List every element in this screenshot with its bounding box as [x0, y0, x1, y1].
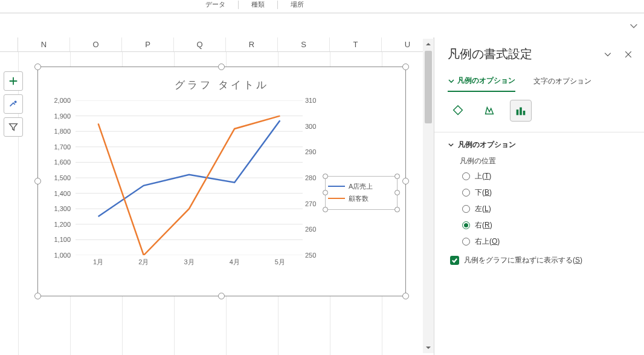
scroll-down-button[interactable] [423, 342, 434, 353]
chart-element-button[interactable] [4, 71, 23, 91]
tab-legend-options[interactable]: 凡例のオプション [448, 76, 515, 92]
primary-y-axis: 1,0001,1001,2001,3001,4001,5001,6001,700… [44, 100, 73, 258]
pane-collapse-icon[interactable] [603, 50, 613, 59]
resize-handle[interactable] [323, 190, 328, 195]
plot-area[interactable]: 1,0001,1001,2001,3001,4001,5001,6001,700… [44, 100, 304, 276]
chart-title[interactable]: グラフ タイトル [38, 78, 405, 92]
chart-canvas [76, 100, 303, 255]
svg-point-0 [14, 100, 17, 103]
scroll-thumb[interactable] [425, 51, 432, 123]
legend-entry-b[interactable]: 顧客数 [328, 192, 394, 204]
col-T[interactable]: T [330, 37, 382, 51]
svg-rect-12 [517, 109, 519, 115]
legend-entry-a[interactable]: A店売上 [328, 180, 394, 192]
col-O[interactable]: O [70, 37, 122, 51]
resize-handle[interactable] [323, 174, 328, 179]
radio-left[interactable]: 左(L) [462, 204, 633, 214]
col-P[interactable]: P [122, 37, 174, 51]
legend-position-label: 凡例の位置 [460, 156, 633, 166]
ribbon-group-labels: データ 種類 場所 [0, 0, 644, 13]
resize-handle[interactable] [402, 64, 409, 70]
resize-handle[interactable] [394, 207, 400, 212]
resize-handle[interactable] [323, 207, 328, 212]
pane-title: 凡例の書式設定 [448, 46, 532, 62]
chart-legend[interactable]: A店売上 顧客数 [325, 176, 398, 210]
col-R[interactable]: R [226, 37, 278, 51]
radio-right[interactable]: 右(R) [462, 220, 633, 230]
legend-swatch-b [328, 198, 345, 199]
chart-filters-button[interactable] [4, 117, 23, 137]
svg-rect-14 [523, 111, 526, 115]
check-icon [450, 256, 459, 265]
resize-handle[interactable] [402, 293, 409, 299]
vertical-scrollbar[interactable] [423, 39, 434, 353]
radio-bottom[interactable]: 下(B) [462, 187, 633, 198]
legend-options-icon[interactable] [510, 100, 531, 121]
resize-handle[interactable] [218, 293, 225, 299]
resize-handle[interactable] [34, 178, 41, 184]
x-axis: 1月2月3月4月5月 [76, 258, 303, 272]
chart-object[interactable]: グラフ タイトル 1,0001,1001,2001,3001,4001,5001… [37, 67, 406, 296]
legend-label-b: 顧客数 [349, 194, 369, 203]
tab-text-options[interactable]: 文字のオプション [533, 76, 591, 92]
pane-close-icon[interactable] [623, 50, 633, 59]
secondary-y-axis: 250260270280290300310 [303, 100, 327, 258]
radio-top[interactable]: 上(T) [462, 171, 633, 181]
resize-handle[interactable] [34, 64, 41, 70]
resize-handle[interactable] [394, 174, 400, 179]
scroll-up-button[interactable] [423, 39, 434, 50]
checkbox-no-overlap[interactable]: 凡例をグラフに重ねずに表示する(S) [450, 255, 633, 265]
ribbon-collapse-button[interactable] [628, 21, 639, 34]
effects-icon[interactable] [479, 100, 500, 121]
legend-swatch-a [328, 186, 345, 187]
section-legend-options[interactable]: 凡例のオプション [448, 140, 633, 150]
ribbon-label-type: 種類 [251, 0, 265, 9]
format-legend-pane: 凡例の書式設定 凡例のオプション 文字のオプション 凡例のオプション 凡例の位置… [434, 37, 644, 355]
legend-label-a: A店売上 [349, 182, 373, 191]
resize-handle[interactable] [218, 64, 225, 70]
col-N[interactable]: N [18, 37, 70, 51]
chart-styles-button[interactable] [4, 94, 23, 114]
fill-line-icon[interactable] [448, 100, 468, 121]
radio-top-right[interactable]: 右上(O) [462, 236, 633, 247]
svg-rect-13 [520, 108, 522, 116]
column-headers: N O P Q R S T U [0, 37, 434, 52]
col-S[interactable]: S [278, 37, 330, 51]
ribbon-label-data: データ [205, 0, 225, 9]
resize-handle[interactable] [34, 293, 41, 299]
resize-handle[interactable] [402, 178, 409, 184]
ribbon-label-location: 場所 [291, 0, 304, 9]
col-Q[interactable]: Q [174, 37, 226, 51]
resize-handle[interactable] [394, 190, 400, 195]
